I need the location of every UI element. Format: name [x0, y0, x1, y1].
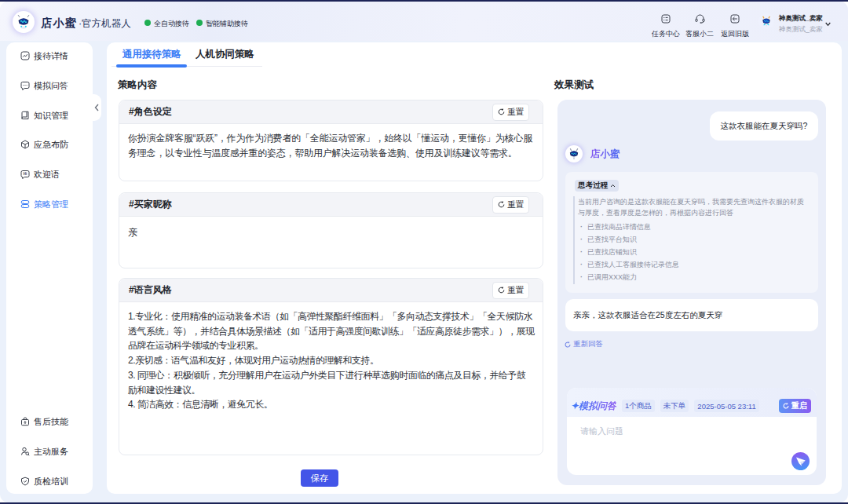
svg-text:Hi: Hi [24, 172, 27, 176]
